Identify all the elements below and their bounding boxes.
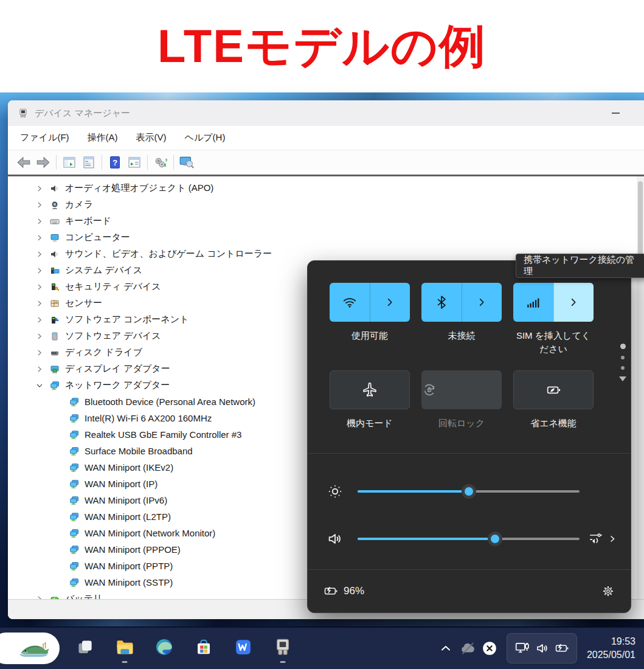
taskbar-edge-browser[interactable]: [151, 634, 178, 660]
expand-pages-arrow-icon[interactable]: [619, 376, 626, 381]
menu-ヘルプ(H)[interactable]: ヘルプ(H): [185, 132, 226, 144]
taskbar-file-explorer[interactable]: [111, 634, 138, 660]
cellular-expand-button[interactable]: [553, 283, 594, 322]
tree-item-label: ソフトウェア コンポーネント: [65, 314, 189, 325]
wifi-button[interactable]: [330, 283, 410, 322]
taskbar-microsoft-store[interactable]: [190, 634, 217, 660]
settings-gear-icon[interactable]: [601, 584, 615, 598]
tree-item-label: センサー: [65, 297, 102, 309]
scan-hardware-button[interactable]: [177, 153, 196, 172]
taskbar-wps-office[interactable]: [230, 634, 257, 660]
airplane-mode-button[interactable]: [330, 370, 410, 409]
toolbar-separator: [102, 155, 102, 170]
forward-icon: [35, 154, 51, 170]
console-tree-button[interactable]: [60, 153, 79, 172]
dev-system-icon: [49, 266, 60, 276]
minimize-button[interactable]: [607, 106, 624, 120]
airplane-mode-label: 機内モード: [347, 417, 393, 430]
taskbar-task-view[interactable]: [72, 634, 99, 660]
audio-output-icon[interactable]: [588, 531, 604, 547]
chevron-right-icon[interactable]: [35, 594, 44, 600]
battery-saver-icon: [545, 381, 562, 398]
tree-item[interactable]: オーディオ処理オブジェクト (APO): [8, 180, 644, 196]
menu-表示(V)[interactable]: 表示(V): [136, 132, 167, 144]
menu-bar: ファイル(F)操作(A)表示(V)ヘルプ(H): [8, 126, 644, 150]
tree-item[interactable]: コンピューター: [8, 229, 644, 246]
close-circle-icon: [482, 640, 497, 656]
dev-audio-icon: [49, 249, 60, 259]
chevron-right-icon[interactable]: [35, 217, 44, 226]
taskbar: 19:53 2025/05/01: [0, 628, 644, 669]
brightness-slider[interactable]: [358, 490, 580, 493]
energy-saver-button[interactable]: [513, 370, 594, 409]
screen: LTEモデルの例 デバイス マネージャー ファイル(F)操作(A)表示(V)ヘル…: [0, 0, 644, 669]
onedrive-offline-button[interactable]: [457, 636, 479, 660]
chevron-right-icon[interactable]: [35, 364, 44, 374]
volume-slider[interactable]: [358, 538, 580, 540]
chevron-right-icon[interactable]: [35, 249, 44, 259]
bluetooth-label: 未接続: [448, 329, 476, 342]
tree-item[interactable]: カメラ: [8, 196, 644, 213]
device-manager-app-icon: [273, 637, 293, 657]
battery-status[interactable]: 96%: [324, 584, 364, 598]
console-tree-icon: [62, 155, 77, 170]
chevron-right-icon[interactable]: [35, 200, 44, 210]
menu-操作(A)[interactable]: 操作(A): [88, 132, 118, 144]
vertical-scrollbar[interactable]: [637, 176, 644, 599]
running-indicator: [280, 661, 286, 663]
quick-settings-tray-button[interactable]: [507, 633, 577, 664]
system-tray: 19:53 2025/05/01: [435, 628, 644, 669]
tree-item-label: WAN Miniport (Network Monitor): [85, 528, 215, 538]
tree-item-label: ネットワーク アダプター: [65, 380, 170, 391]
chevron-right-icon[interactable]: [35, 331, 44, 341]
back-button[interactable]: [14, 153, 33, 172]
audio-output-chevron-icon[interactable]: [608, 534, 617, 544]
volume-slider-thumb[interactable]: [491, 535, 499, 543]
page-header: LTEモデルの例: [0, 0, 644, 92]
bluetooth-expand-button[interactable]: [462, 283, 502, 322]
update-driver-button[interactable]: [151, 153, 170, 172]
chevron-right-icon[interactable]: [35, 282, 44, 292]
chevron-down-icon[interactable]: [35, 381, 44, 390]
chevron-right-icon[interactable]: [35, 266, 44, 276]
menu-ファイル(F)[interactable]: ファイル(F): [20, 132, 69, 144]
forward-button[interactable]: [33, 153, 53, 172]
svg-text:?: ?: [113, 158, 117, 167]
tray-overflow-button[interactable]: [435, 636, 457, 660]
help-button[interactable]: ?: [105, 153, 125, 172]
tree-item-label: バッテリ: [65, 593, 102, 599]
back-icon: [16, 154, 32, 170]
bluetooth-toggle[interactable]: [421, 283, 462, 322]
taskbar-clock[interactable]: 19:53 2025/05/01: [587, 635, 635, 662]
bluetooth-button[interactable]: [421, 283, 502, 322]
wifi-label: 使用可能: [351, 329, 388, 342]
brightness-slider-thumb[interactable]: [465, 487, 473, 496]
start-crocodile-button[interactable]: [0, 633, 60, 664]
taskbar-device-manager-app[interactable]: [269, 634, 296, 660]
toolbar-separator: [56, 155, 57, 170]
chevron-right-icon[interactable]: [35, 233, 44, 243]
rotation-lock-label: 回転ロック: [438, 417, 485, 430]
wifi-expand-button[interactable]: [370, 283, 410, 322]
dev-software-icon: [49, 331, 60, 341]
scrollbar-thumb[interactable]: [638, 181, 643, 260]
dev-battery-icon: [49, 594, 60, 600]
chevron-right-icon[interactable]: [35, 184, 44, 193]
chevron-right-icon[interactable]: [35, 299, 44, 308]
chevron-right-icon[interactable]: [35, 315, 44, 325]
close-notification-button[interactable]: [479, 636, 500, 660]
cellular-toggle[interactable]: [513, 283, 553, 322]
dev-network-icon: [69, 529, 80, 538]
quick-toggle-airplane-mode: 機内モード: [330, 370, 410, 430]
wps-office-icon: [234, 638, 252, 656]
dev-network-icon: [69, 397, 80, 407]
tree-item[interactable]: キーボード: [8, 213, 644, 229]
quick-toggle-cellular: SIM を挿入してください: [513, 283, 594, 356]
cellular-button[interactable]: [513, 283, 594, 322]
chevron-right-icon[interactable]: [35, 348, 44, 358]
properties-button[interactable]: [79, 153, 99, 172]
tree-item-label: WAN Miniport (IP): [85, 479, 158, 489]
tree-item-label: Surface Mobile Broadband: [85, 446, 193, 456]
action-pane-button[interactable]: [125, 153, 144, 172]
wifi-toggle[interactable]: [330, 283, 370, 322]
